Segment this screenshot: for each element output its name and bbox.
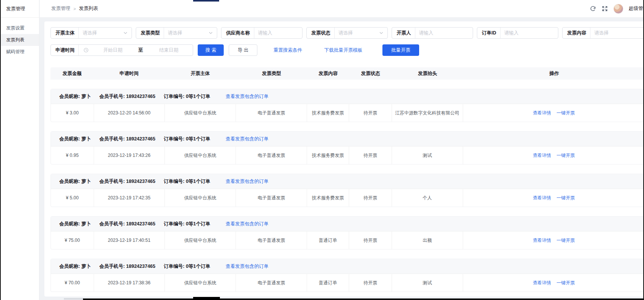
view-included-orders-link[interactable]: 查看发票包含的订单: [226, 93, 269, 100]
sidebar-item-invoice-list[interactable]: 发票列表: [0, 34, 39, 46]
cell-amount: ¥ 0.95: [51, 147, 94, 164]
filter-row-2: 申请时间 开始日期 至 结束日期 搜 索 导 出 重置搜索条件 下载批量开票模板…: [50, 44, 644, 56]
fullscreen-icon[interactable]: [602, 5, 608, 12]
view-included-orders-link[interactable]: 查看发票包含的订单: [226, 221, 269, 227]
invoice-group-header: 会员昵称: 萝卜 会员手机号: 18924237465 订单编号: 0等1个订单…: [51, 217, 644, 231]
filter-invoice-content-select[interactable]: 发票内容 请选择: [562, 27, 644, 39]
one-click-invoice-link[interactable]: 一键开票: [556, 195, 575, 201]
invoice-card: 会员昵称: 萝卜 会员手机号: 18924237465 订单编号: 0等1个订单…: [50, 259, 644, 292]
column-header-amount: 发票金额: [50, 70, 94, 77]
column-header-invoice-title: 发票抬头: [392, 70, 463, 77]
invoice-group-header: 会员昵称: 萝卜 会员手机号: 18924237465 订单编号: 0等1个订单…: [51, 259, 644, 274]
table-header: 发票金额 申请时间 开票主体 发票类型 发票内容 发票状态 发票抬头 操作: [50, 67, 644, 80]
member-nickname: 会员昵称: 萝卜: [59, 136, 91, 142]
cell-invoice-title: 测试: [392, 274, 463, 292]
view-detail-link[interactable]: 查看详情: [533, 110, 551, 116]
filter-label: 开票主体: [51, 30, 78, 36]
end-date-input[interactable]: 结束日期: [145, 47, 193, 54]
cell-invoice-content: 技术服务费发票: [307, 189, 349, 207]
view-detail-link[interactable]: 查看详情: [533, 237, 551, 244]
reset-search-link[interactable]: 重置搜索条件: [273, 47, 302, 54]
invoice-card: 会员昵称: 萝卜 会员手机号: 18924237465 订单编号: 0等1个订单…: [50, 89, 644, 122]
one-click-invoice-link[interactable]: 一键开票: [556, 280, 575, 286]
filter-label: 订单ID: [477, 30, 500, 36]
breadcrumb-current: 发票列表: [79, 5, 98, 12]
cell-invoice-title: 测试: [392, 147, 463, 164]
member-nickname: 会员昵称: 萝卜: [59, 263, 91, 270]
filter-issuer-field: 开票人: [392, 27, 473, 39]
invoice-group-header: 会员昵称: 萝卜 会员手机号: 18924237465 订单编号: 0等1个订单…: [51, 174, 644, 189]
batch-invoice-button[interactable]: 批量开票: [382, 44, 419, 56]
sidebar-item-invoice-settings[interactable]: 发票设置: [0, 22, 39, 34]
search-button[interactable]: 搜 索: [198, 44, 224, 56]
cell-invoice-content: 技术服务费发票: [307, 104, 349, 122]
cell-apply-time: 2023-12-19 17:40:51: [94, 232, 165, 249]
breadcrumb: 发票管理 > 发票列表: [51, 5, 98, 12]
view-detail-link[interactable]: 查看详情: [533, 280, 551, 286]
filter-invoice-type-select[interactable]: 发票类型 请选择: [136, 27, 217, 39]
order-number: 订单编号: 0等1个订单: [164, 263, 210, 270]
cell-invoice-status: 待开票: [349, 104, 392, 122]
column-header-subject: 开票主体: [164, 70, 236, 77]
horizontal-scrollbar-track[interactable]: [64, 298, 84, 300]
top-accent-bar: [193, 0, 219, 2]
cell-invoice-title: 出额: [392, 232, 463, 249]
apply-time-range-field: 申请时间 开始日期 至 结束日期: [50, 44, 193, 56]
user-avatar[interactable]: [613, 4, 623, 14]
refresh-icon[interactable]: [590, 5, 596, 12]
topbar: 发票管理 > 发票列表 超级管理员: [40, 0, 644, 18]
sidebar: 发票管理 发票设置 发票列表 赋码管理: [0, 0, 39, 300]
invoice-card: 会员昵称: 萝卜 会员手机号: 18924237465 订单编号: 0等1个订单…: [50, 216, 644, 249]
export-button[interactable]: 导 出: [229, 44, 257, 56]
order-id-input[interactable]: [501, 30, 558, 36]
supplier-name-input[interactable]: [254, 30, 302, 36]
cell-invoice-content: 技术服务费发票: [307, 147, 349, 164]
cell-subject: 供应链中台系统: [165, 147, 236, 164]
invoice-card: 会员昵称: 萝卜 会员手机号: 18924237465 订单编号: 0等1个订单…: [50, 131, 644, 165]
cell-invoice-type: 电子普通发票: [236, 232, 307, 249]
cell-actions: 查看详情 一键开票: [463, 232, 644, 249]
cell-subject: 供应链中台系统: [165, 104, 236, 122]
cell-invoice-title: 江苏中源数字文化科技有限公司: [392, 104, 463, 122]
start-date-input[interactable]: 开始日期: [89, 47, 137, 54]
download-batch-template-link[interactable]: 下载批量开票模板: [324, 47, 363, 54]
cell-amount: ¥ 70.00: [51, 274, 94, 292]
select-placeholder: 请选择: [79, 30, 122, 36]
filter-order-id-field: 订单ID: [477, 27, 558, 39]
chevron-down-icon: [123, 31, 128, 35]
sidebar-item-code-management[interactable]: 赋码管理: [0, 46, 39, 58]
order-number: 订单编号: 0等1个订单: [164, 136, 210, 142]
cell-invoice-type: 电子普通发票: [236, 189, 307, 207]
cell-invoice-type: 电子普通发票: [236, 147, 307, 164]
select-placeholder: 请选择: [164, 30, 207, 36]
one-click-invoice-link[interactable]: 一键开票: [556, 152, 575, 159]
filter-label: 发票状态: [307, 30, 334, 36]
issuer-input[interactable]: [415, 30, 473, 36]
cell-invoice-type: 电子普通发票: [236, 104, 307, 122]
clock-icon: [83, 47, 89, 53]
view-included-orders-link[interactable]: 查看发票包含的订单: [226, 178, 269, 185]
horizontal-scrollbar-thumb[interactable]: [193, 297, 220, 300]
cell-invoice-content: 普通订单: [307, 232, 349, 249]
field-divider: [78, 45, 79, 55]
member-nickname: 会员昵称: 萝卜: [59, 93, 91, 100]
cell-actions: 查看详情 一键开票: [463, 147, 644, 164]
view-detail-link[interactable]: 查看详情: [533, 195, 551, 201]
one-click-invoice-link[interactable]: 一键开票: [556, 110, 575, 116]
cell-subject: 供应链中台系统: [165, 274, 236, 292]
view-included-orders-link[interactable]: 查看发票包含的订单: [226, 263, 269, 270]
member-phone: 会员手机号: 18924237465: [99, 93, 156, 100]
chevron-down-icon: [379, 31, 384, 35]
column-header-invoice-status: 发票状态: [349, 70, 392, 77]
column-header-apply-time: 申请时间: [94, 70, 164, 77]
user-name[interactable]: 超级管理员: [629, 5, 644, 12]
app-window: 发票管理 发票设置 发票列表 赋码管理 发票管理 > 发票列表 超级管理员: [0, 0, 644, 300]
filter-invoice-subject-select[interactable]: 开票主体 请选择: [50, 27, 132, 39]
cell-amount: ¥ 75.00: [51, 232, 94, 249]
one-click-invoice-link[interactable]: 一键开票: [556, 237, 575, 244]
view-detail-link[interactable]: 查看详情: [533, 152, 551, 159]
member-nickname: 会员昵称: 萝卜: [59, 221, 91, 227]
filter-invoice-status-select[interactable]: 发票状态 请选择: [306, 27, 388, 39]
view-included-orders-link[interactable]: 查看发票包含的订单: [226, 136, 269, 142]
breadcrumb-parent[interactable]: 发票管理: [51, 5, 70, 12]
